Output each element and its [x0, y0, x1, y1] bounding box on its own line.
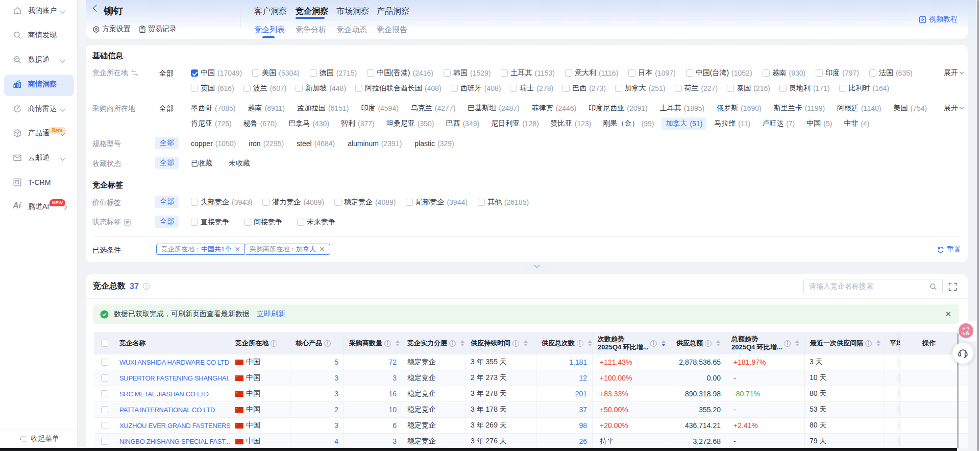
- svg-text:A: A: [966, 330, 970, 336]
